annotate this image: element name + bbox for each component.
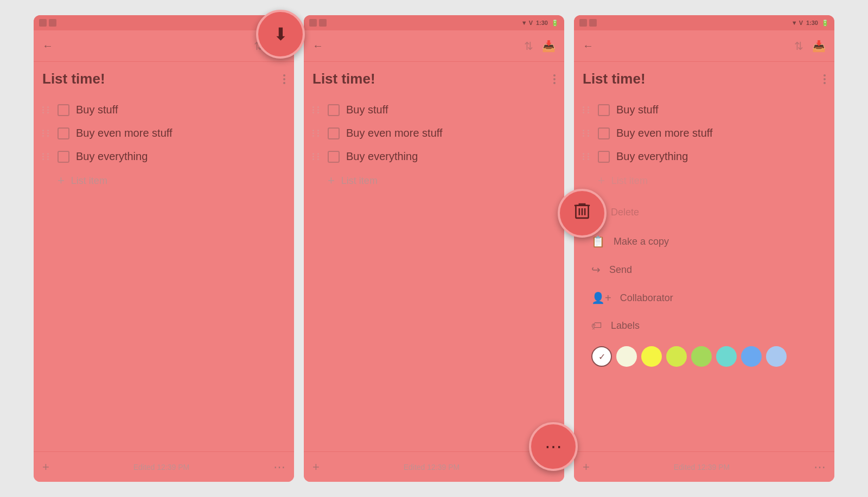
- more-fab[interactable]: ⋯: [529, 422, 578, 471]
- dropdown-menu: Delete 📋 Make a copy ↪ Send 👤+ Collabora…: [583, 197, 826, 373]
- item-text-6: Buy everything: [346, 150, 418, 163]
- color-lime[interactable]: [666, 346, 687, 367]
- checkbox-4[interactable]: [328, 104, 340, 116]
- more-button-3[interactable]: [824, 74, 826, 84]
- color-yellow[interactable]: [641, 346, 662, 367]
- archive-icon-toolbar-3[interactable]: 📥: [812, 40, 826, 53]
- color-lightblue[interactable]: [766, 346, 787, 367]
- edited-label-1: Edited 12:39 PM: [133, 463, 190, 471]
- checkbox-8[interactable]: [598, 128, 610, 139]
- list-item-8: Buy even more stuff: [583, 122, 826, 145]
- back-button-2[interactable]: ←: [312, 40, 323, 52]
- color-blue[interactable]: [741, 346, 762, 367]
- collaborator-icon: 👤+: [591, 291, 611, 304]
- checkbox-1[interactable]: [58, 104, 69, 116]
- checkbox-9[interactable]: [598, 151, 610, 163]
- add-icon-2: +: [328, 174, 335, 188]
- color-white[interactable]: ✓: [591, 346, 612, 367]
- item-text-4: Buy stuff: [346, 104, 388, 116]
- more-options-button-1[interactable]: ⋯: [273, 460, 285, 474]
- make-copy-label: Make a copy: [614, 236, 669, 247]
- color-cream[interactable]: [616, 346, 637, 367]
- list-item-3: Buy everything: [42, 145, 285, 168]
- bottom-bar-2: + Edited 12:39 PM ⋯: [304, 451, 564, 482]
- archive-fab[interactable]: ⬇: [256, 10, 305, 59]
- item-text-9: Buy everything: [616, 150, 688, 163]
- delete-fab-icon: [573, 201, 591, 225]
- add-item-row-3[interactable]: + List item: [598, 168, 826, 193]
- checkbox-2[interactable]: [58, 128, 69, 139]
- add-item-row-1[interactable]: + List item: [58, 168, 285, 193]
- labels-menu-item[interactable]: 🏷 Labels: [583, 312, 826, 340]
- checkbox-5[interactable]: [328, 128, 340, 139]
- title-row-2: List time!: [312, 71, 556, 87]
- more-dot: [283, 78, 285, 80]
- edited-label-2: Edited 12:39 PM: [404, 463, 460, 471]
- sort-icon-3[interactable]: ⇅: [794, 40, 803, 53]
- phone-screen-2: ⋯ ▼ V 1:30 🔋 ← ⇅ 📥 List time!: [304, 15, 564, 482]
- more-dot: [553, 82, 556, 84]
- checkbox-6[interactable]: [328, 151, 340, 163]
- delete-menu-item[interactable]: Delete: [583, 197, 826, 227]
- bottom-bar-1: + Edited 12:39 PM ⋯: [34, 451, 294, 482]
- image-icon-2: [319, 19, 327, 27]
- send-menu-item[interactable]: ↪ Send: [583, 256, 826, 284]
- collaborator-label: Collaborator: [620, 292, 673, 304]
- checkmark-white: ✓: [598, 352, 605, 362]
- phone-screen-1: ⬇ ▼ V 🔋 ← ⇅ 📥 List time!: [34, 15, 294, 482]
- drag-handle-1[interactable]: [42, 106, 51, 113]
- more-button-1[interactable]: [283, 74, 285, 84]
- item-text-2: Buy even more stuff: [76, 127, 173, 139]
- add-note-button-2[interactable]: +: [312, 460, 320, 474]
- more-dot: [283, 74, 285, 77]
- status-bar-3: ▼ V 1:30 🔋: [574, 15, 834, 30]
- send-label: Send: [609, 264, 632, 276]
- back-button-3[interactable]: ←: [583, 40, 593, 52]
- note-title-3: List time!: [583, 71, 646, 87]
- drag-handle-6[interactable]: [312, 153, 321, 160]
- toolbar-2: ← ⇅ 📥: [304, 30, 564, 62]
- list-item-1: Buy stuff: [42, 98, 285, 122]
- add-note-button-1[interactable]: +: [42, 460, 49, 474]
- color-green[interactable]: [691, 346, 712, 367]
- add-item-row-2[interactable]: + List item: [328, 168, 556, 193]
- add-icon-1: +: [58, 174, 65, 188]
- add-note-button-3[interactable]: +: [583, 460, 590, 474]
- make-copy-menu-item[interactable]: 📋 Make a copy: [583, 227, 826, 256]
- drag-handle-9[interactable]: [583, 153, 591, 160]
- more-fab-icon: ⋯: [545, 436, 562, 457]
- add-icon-3: +: [598, 174, 605, 188]
- toolbar-3: ← ⇅ 📥: [574, 30, 834, 62]
- more-button-2[interactable]: [553, 74, 556, 84]
- drag-handle-4[interactable]: [312, 106, 321, 113]
- delete-fab[interactable]: [558, 189, 607, 238]
- item-text-3: Buy everything: [76, 150, 148, 163]
- drag-handle-2[interactable]: [42, 130, 51, 137]
- signal-icon-2: ▼ V: [521, 20, 533, 26]
- drag-handle-5[interactable]: [312, 130, 321, 137]
- drag-handle-3[interactable]: [42, 153, 51, 160]
- item-text-8: Buy even more stuff: [616, 127, 713, 139]
- item-text-7: Buy stuff: [616, 104, 658, 116]
- collaborator-menu-item[interactable]: 👤+ Collaborator: [583, 284, 826, 312]
- edited-label-3: Edited 12:39 PM: [674, 463, 730, 471]
- time-3: 1:30: [806, 20, 818, 26]
- checkbox-7[interactable]: [598, 104, 610, 116]
- time-2: 1:30: [536, 20, 548, 26]
- more-dot: [824, 74, 826, 77]
- content-1: List time! Buy stuff Buy even: [34, 62, 294, 451]
- more-options-button-3[interactable]: ⋯: [814, 460, 826, 474]
- drag-handle-8[interactable]: [583, 130, 591, 137]
- content-2: List time! Buy stuff Buy even: [304, 62, 564, 451]
- list-item-2: Buy even more stuff: [42, 122, 285, 145]
- copy-icon: 📋: [591, 235, 605, 248]
- archive-icon-toolbar-2[interactable]: 📥: [542, 40, 556, 53]
- sort-icon-2[interactable]: ⇅: [524, 40, 533, 53]
- list-item-7: Buy stuff: [583, 98, 826, 122]
- drag-handle-7[interactable]: [583, 106, 591, 113]
- toolbar-1: ← ⇅ 📥: [34, 30, 294, 62]
- back-button-1[interactable]: ←: [42, 40, 53, 52]
- list-item-9: Buy everything: [583, 145, 826, 168]
- checkbox-3[interactable]: [58, 151, 69, 163]
- color-teal[interactable]: [716, 346, 737, 367]
